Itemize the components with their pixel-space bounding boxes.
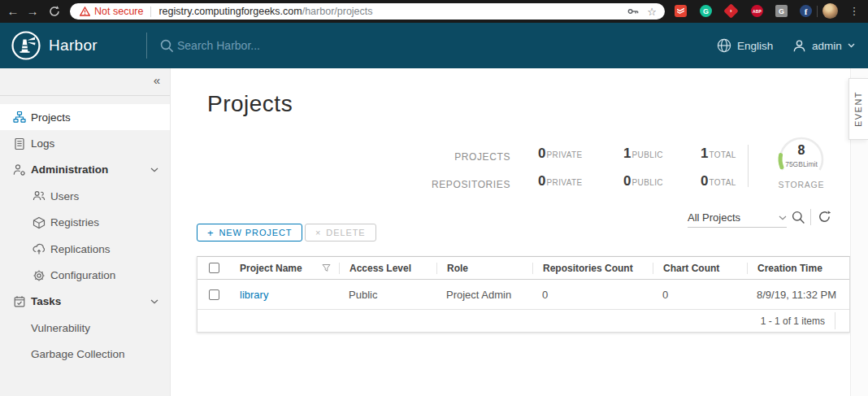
extension-todoist-icon[interactable] bbox=[675, 5, 687, 17]
projects-orgchart-icon bbox=[13, 111, 26, 124]
new-project-label: NEW PROJECT bbox=[219, 228, 293, 237]
sidebar-item-administration[interactable]: Administration bbox=[0, 157, 170, 183]
chevron-down-icon bbox=[150, 299, 158, 304]
sidebar-item-projects[interactable]: Projects bbox=[0, 104, 170, 130]
column-access-level: Access Level bbox=[339, 263, 436, 274]
url-path[interactable]: /harbor/projects bbox=[302, 6, 373, 17]
stat-label: PRIVATE bbox=[546, 150, 582, 159]
sidebar-nav: Projects Logs Administration bbox=[0, 104, 170, 368]
url-host[interactable]: registry.computingforgeeks.com bbox=[158, 6, 302, 17]
extension-grammarly-icon[interactable]: G bbox=[700, 5, 712, 17]
stat-value: 1 bbox=[701, 146, 708, 162]
column-repositories-count: Repositories Count bbox=[532, 263, 653, 274]
harbor-logo bbox=[11, 30, 41, 61]
browser-profile-avatar[interactable] bbox=[822, 3, 838, 19]
language-label: English bbox=[737, 40, 773, 52]
sidebar-item-label: Garbage Collection bbox=[31, 348, 125, 360]
sidebar-item-label: Vulnerability bbox=[31, 322, 90, 334]
column-chart-count: Chart Count bbox=[653, 263, 747, 274]
refresh-icon[interactable] bbox=[818, 210, 831, 224]
cell-repositories-count: 0 bbox=[532, 289, 653, 301]
bookmark-star-icon[interactable]: ☆ bbox=[647, 6, 657, 18]
sidebar-item-users[interactable]: Users bbox=[0, 183, 170, 209]
sidebar-item-configuration[interactable]: Configuration bbox=[0, 262, 170, 288]
table-row: library Public Project Admin 0 0 8/9/19,… bbox=[197, 280, 849, 310]
sidebar-item-label: Projects bbox=[31, 111, 71, 124]
event-tab[interactable]: EVENT bbox=[848, 78, 868, 140]
chevron-down-icon bbox=[779, 215, 787, 220]
repositories-total-stat: 0 TOTAL bbox=[701, 173, 736, 189]
sidebar-item-label: Users bbox=[50, 190, 79, 202]
users-icon bbox=[33, 189, 46, 202]
global-search-input[interactable] bbox=[177, 34, 519, 57]
projects-public-stat: 1 PUBLIC bbox=[623, 146, 663, 162]
project-filter-select[interactable]: All Projects bbox=[688, 208, 787, 228]
event-tab-label: EVENT bbox=[854, 91, 864, 127]
configuration-gear-icon bbox=[33, 269, 46, 282]
extension-adguard-icon[interactable]: › bbox=[723, 3, 738, 18]
repositories-stat-caption: REPOSITORIES bbox=[382, 179, 510, 190]
app-header: Harbor English admin bbox=[0, 23, 868, 68]
column-role: Role bbox=[436, 263, 532, 274]
extension-adblock-icon[interactable]: ABP bbox=[751, 5, 763, 17]
browser-reload-icon[interactable] bbox=[46, 0, 63, 23]
browser-forward-icon[interactable]: → bbox=[24, 0, 41, 23]
user-menu[interactable]: admin bbox=[792, 23, 855, 68]
password-key-icon[interactable] bbox=[627, 7, 639, 16]
sidebar-item-registries[interactable]: Registries bbox=[0, 210, 170, 236]
cell-role: Project Admin bbox=[436, 289, 532, 301]
sidebar-item-label: Tasks bbox=[31, 295, 61, 307]
sidebar-item-label: Replications bbox=[50, 243, 111, 255]
sidebar-item-replications[interactable]: Replications bbox=[0, 236, 170, 262]
reload-icon bbox=[46, 0, 63, 23]
stats-divider bbox=[748, 145, 749, 187]
cell-chart-count: 0 bbox=[653, 289, 747, 301]
select-all-checkbox[interactable] bbox=[209, 263, 219, 273]
administration-icon bbox=[13, 163, 26, 176]
sidebar-item-garbage-collection[interactable]: Garbage Collection bbox=[0, 342, 170, 368]
row-checkbox[interactable] bbox=[209, 289, 219, 300]
stat-value: 0 bbox=[623, 173, 631, 189]
stat-label: TOTAL bbox=[709, 178, 736, 187]
main-content: Projects PROJECTS REPOSITORIES 0 PRIVATE… bbox=[171, 68, 868, 396]
sidebar-item-label: Logs bbox=[31, 137, 54, 150]
sidebar-item-tasks[interactable]: Tasks bbox=[0, 289, 170, 315]
table-pagination: 1 - 1 of 1 items bbox=[197, 310, 849, 332]
column-creation-time: Creation Time bbox=[747, 263, 849, 274]
tasks-calendar-icon bbox=[13, 295, 26, 308]
sidebar-collapse-icon[interactable]: « bbox=[154, 73, 160, 87]
stat-value: 1 bbox=[623, 146, 631, 162]
not-secure-label[interactable]: Not secure bbox=[94, 6, 143, 17]
projects-stat-caption: PROJECTS bbox=[382, 151, 510, 163]
sidebar-item-vulnerability[interactable]: Vulnerability bbox=[0, 315, 170, 341]
chevron-down-icon bbox=[848, 43, 855, 48]
chevron-down-icon bbox=[150, 168, 158, 172]
browser-back-icon[interactable]: ← bbox=[5, 0, 21, 23]
stat-value: 0 bbox=[701, 173, 708, 189]
username-label: admin bbox=[812, 40, 842, 52]
stat-label: TOTAL bbox=[709, 150, 736, 159]
close-icon: × bbox=[315, 228, 321, 237]
storage-used-value: 8 bbox=[775, 143, 827, 158]
browser-menu-icon[interactable]: ⋮ bbox=[848, 0, 860, 23]
sidebar-item-logs[interactable]: Logs bbox=[0, 130, 170, 156]
adguard-glyph: › bbox=[730, 7, 732, 15]
extension-facebook-icon[interactable]: f bbox=[800, 5, 812, 17]
filter-funnel-icon[interactable] bbox=[322, 263, 331, 272]
sidebar-divider bbox=[0, 95, 170, 96]
repositories-private-stat: 0 PRIVATE bbox=[538, 173, 583, 189]
delete-label: DELETE bbox=[326, 228, 365, 237]
extension-g-icon[interactable]: G bbox=[775, 5, 788, 17]
toolbar-divider bbox=[810, 209, 811, 225]
search-projects-icon[interactable] bbox=[792, 211, 805, 224]
plus-icon: + bbox=[207, 227, 215, 239]
project-link[interactable]: library bbox=[240, 289, 268, 301]
new-project-button[interactable]: + NEW PROJECT bbox=[197, 224, 302, 242]
address-bar[interactable]: Not secure registry.computingforgeeks.co… bbox=[70, 3, 665, 20]
filter-selected-value: All Projects bbox=[688, 211, 740, 224]
table-header-row: Project Name Access Level Role Repositor… bbox=[197, 257, 849, 280]
column-project-name: Project Name bbox=[240, 263, 302, 274]
language-menu[interactable]: English bbox=[717, 23, 773, 68]
delete-button[interactable]: × DELETE bbox=[305, 224, 376, 242]
sidebar: « Projects Logs bbox=[0, 68, 171, 396]
